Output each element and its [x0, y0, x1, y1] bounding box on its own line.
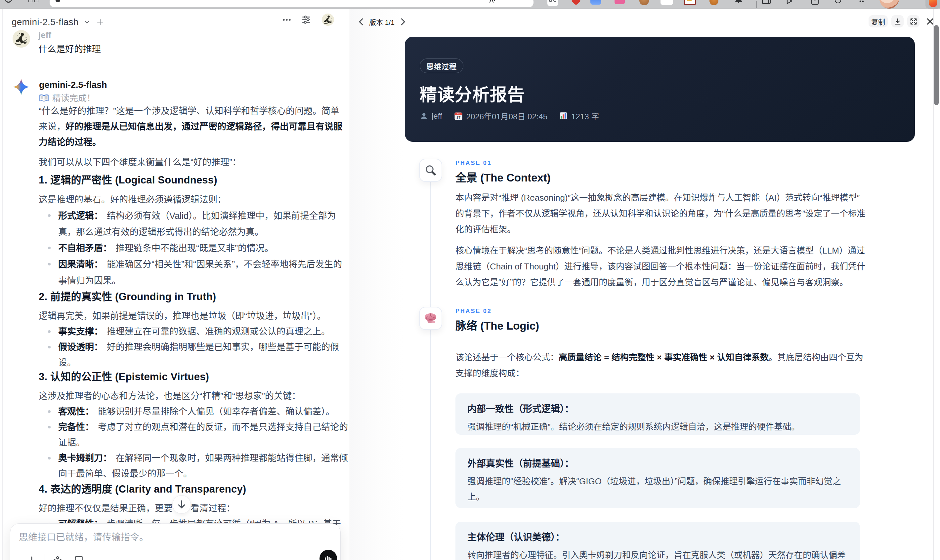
card-title: 内部一致性（形式逻辑）： — [467, 404, 848, 415]
attach-plus-button[interactable] — [28, 556, 36, 560]
play-icon[interactable] — [786, 0, 792, 4]
browser-toolbar — [0, 0, 940, 9]
brain-icon — [424, 312, 437, 324]
gemini-logo-icon — [12, 78, 30, 95]
composer: 思维接口已就绪，请传输指令。 — [10, 523, 341, 560]
report-hero: 思维过程 精读分析报告 jeff JUL — [405, 37, 915, 142]
assistant-message-head: gemini-2.5-flash — [12, 78, 30, 95]
extension-icon[interactable] — [571, 0, 581, 5]
side-panel-icon[interactable] — [762, 0, 770, 4]
user-message: jeff 什么是好的推理 — [12, 30, 30, 48]
download-button[interactable] — [891, 15, 904, 28]
preview-actions: 复制 — [869, 15, 936, 28]
reading-mode-icon[interactable] — [464, 0, 473, 0]
extension-icon[interactable] — [615, 0, 625, 4]
bookmark-button[interactable] — [74, 556, 83, 560]
card-title: 主体伦理（认识美德）： — [467, 532, 848, 543]
site-info-icon[interactable] — [55, 0, 60, 2]
extension-icon[interactable] — [640, 0, 649, 5]
calendar-icon: JUL 17 — [454, 112, 463, 120]
section-intro: 逻辑再完美，如果前提是错误的，推理也是垃圾（即“垃圾进，垃圾出”）。 — [39, 308, 349, 324]
clock-icon[interactable] — [835, 0, 841, 3]
section-intro: 这涉及推理者的心态和方法论，也是区分“杠精”和“思想家”的关键： — [39, 388, 349, 404]
translate-icon[interactable] — [489, 0, 495, 3]
chevron-down-icon[interactable] — [84, 20, 89, 24]
report-meta: jeff JUL 17 2026年01月08日 02:45 — [420, 110, 599, 122]
scrollbar-thumb[interactable] — [934, 25, 938, 105]
assistant-status-text: 精读完成！ — [52, 93, 95, 103]
browser-apps-icon[interactable] — [34, 0, 39, 2]
bookmark-star-icon[interactable] — [519, 0, 527, 0]
preview-panel: 版本 1/1 复制 — [349, 9, 940, 560]
list-item: 形式逻辑：结构必须有效（Valid）。比如演绎推理中，如果前提全部为真，那么通过… — [39, 208, 349, 240]
browser-apps-icon[interactable] — [28, 0, 32, 2]
version-next-button[interactable] — [398, 17, 408, 27]
list-item: 完备性：考虑了对立的观点和潜在的反证，而不是只选择支持自己结论的证据。 — [39, 420, 349, 451]
section-grounding-in-truth: 2. 前提的真实性 (Grounding in Truth) 逻辑再完美，如果前… — [39, 290, 349, 371]
person-icon — [420, 112, 428, 120]
extension-icon[interactable] — [734, 0, 743, 5]
extension-icon[interactable] — [684, 0, 696, 5]
section-intro: 这是推理的基石。好的推理必须遵循逻辑法则： — [39, 192, 349, 208]
page-edge-shading — [349, 9, 403, 560]
user-name: jeff — [39, 30, 330, 40]
section-heading: 3. 认知的公正性 (Epistemic Virtues) — [39, 370, 349, 383]
bullet-list: 形式逻辑：结构必须有效（Valid）。比如演绎推理中，如果前提全部为真，那么通过… — [39, 208, 349, 289]
model-settings-button[interactable] — [302, 15, 311, 24]
scrollbar-track — [933, 9, 934, 560]
share-icon[interactable] — [811, 0, 819, 5]
composer-toolbar — [28, 554, 83, 560]
copy-button[interactable]: 复制 — [869, 15, 888, 28]
new-chat-icon[interactable] — [97, 19, 103, 25]
extension-icon[interactable] — [547, 0, 558, 6]
list-item: 事实支撑：推理建立在可靠的数据、准确的观测或公认的真理之上。 — [39, 324, 349, 340]
report-title: 精读分析报告 — [420, 81, 525, 106]
composer-divider — [45, 554, 45, 560]
extension-icon[interactable] — [661, 0, 673, 5]
app-window: gemini-2.5-flash — [0, 9, 940, 560]
fullscreen-button[interactable] — [907, 15, 920, 28]
message-input[interactable]: 思维接口已就绪，请传输指令。 — [19, 531, 332, 544]
list-item: 奥卡姆剃刀：在解释同一个现象时，如果两种推理都能站得住脚，通常倾向于最简单、假设… — [39, 451, 349, 482]
phase1-paragraph: 本内容是对“推理 (Reasoning)”这一抽象概念的高层建模。在知识爆炸与人… — [455, 190, 867, 237]
browser-reload-icon[interactable] — [5, 0, 12, 3]
section-heading: 2. 前提的真实性 (Grounding in Truth) — [39, 290, 349, 303]
user-avatar[interactable] — [322, 14, 334, 26]
phase1-paragraph: 核心情境在于解决“思考的随意性”问题。不论是人类通过批判性思维进行决策，还是大语… — [455, 243, 867, 290]
paragraph: “什么是好的推理？”这是一个涉及逻辑学、认知科学和哲学核心的问题。简单来说，好的… — [39, 103, 345, 150]
bullet-list: 事实支撑：推理建立在可靠的数据、准确的观测或公认的真理之上。 假设透明：好的推理… — [39, 324, 349, 371]
calendar-month-label: JUL — [457, 113, 461, 115]
section-epistemic-virtues: 3. 认知的公正性 (Epistemic Virtues) 这涉及推理者的心态和… — [39, 370, 349, 482]
extension-icon[interactable] — [709, 0, 718, 5]
user-message-text: 什么是好的推理 — [39, 43, 330, 56]
timeline-rail — [430, 169, 431, 560]
grid-menu-icon[interactable] — [859, 0, 866, 4]
app-shortcut-icon[interactable] — [925, 0, 940, 9]
card-body: 强调推理的“经验校准”。解决“GIGO（垃圾进，垃圾出）”问题，确保推理引擎运行… — [467, 474, 848, 505]
voice-input-button[interactable] — [319, 550, 337, 560]
close-preview-button[interactable] — [924, 15, 936, 28]
browser-profile-avatar[interactable] — [880, 0, 899, 9]
phase2-icon-card — [419, 307, 442, 330]
browser-address-bar[interactable] — [49, 0, 533, 7]
model-selector[interactable]: gemini-2.5-flash — [12, 17, 79, 28]
more-options-button[interactable] — [282, 18, 291, 21]
scroll-to-bottom-button[interactable] — [172, 495, 191, 514]
paragraph: 我们可以从以下四个维度来衡量什么是“好的推理”： — [39, 155, 345, 170]
card-title: 外部真实性（前提基础）： — [467, 458, 848, 469]
skills-button[interactable] — [52, 556, 63, 560]
extension-icon[interactable] — [590, 0, 601, 5]
assistant-name: gemini-2.5-flash — [39, 80, 337, 90]
assistant-intro: “什么是好的推理？”这是一个涉及逻辑学、认知科学和哲学核心的问题。简单来说，好的… — [39, 103, 345, 170]
bar-chart-icon — [559, 112, 567, 120]
dimension-card: 内部一致性（形式逻辑）： 强调推理的“机械正确”。结论必须在给定的规则系统内逻辑… — [455, 393, 860, 435]
version-navigator: 版本 1/1 — [356, 15, 408, 28]
bullet-list: 客观性：能够识别并尽量排除个人偏见（如幸存者偏差、确认偏差）。 完备性：考虑了对… — [39, 404, 349, 482]
open-book-icon — [39, 94, 49, 103]
meta-author: jeff — [420, 111, 442, 121]
meta-words: 1213 字 — [559, 110, 599, 122]
assistant-status: 精读完成！ — [39, 93, 337, 103]
user-message-avatar — [12, 30, 30, 48]
section-heading: 1. 逻辑的严密性 (Logical Soundness) — [39, 174, 349, 187]
version-prev-button[interactable] — [356, 17, 366, 27]
